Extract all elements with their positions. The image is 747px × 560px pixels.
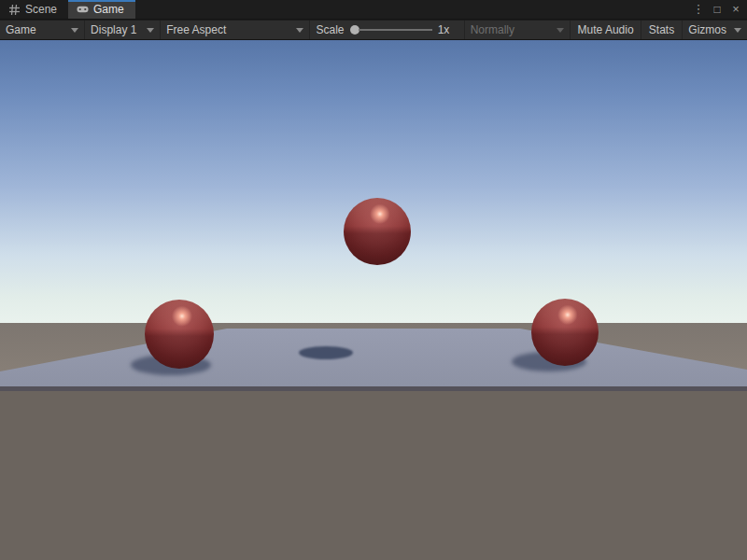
tab-bar: Scene Game ⋮ □ ×: [0, 0, 747, 20]
grid-icon: [8, 4, 21, 16]
mute-audio-button[interactable]: Mute Audio: [571, 21, 641, 39]
chevron-down-icon: [296, 28, 303, 33]
pane-menu-icon[interactable]: ⋮: [691, 2, 706, 17]
sphere-center-floating: [344, 198, 411, 265]
tab-scene[interactable]: Scene: [0, 0, 68, 19]
play-mode-label: Normally: [471, 23, 514, 36]
sphere-left: [145, 300, 214, 369]
sky-gradient: [0, 40, 747, 323]
stats-label: Stats: [649, 23, 674, 36]
tab-scene-label: Scene: [25, 3, 57, 16]
chevron-down-icon: [557, 28, 564, 33]
scale-slider[interactable]: [350, 25, 432, 35]
maximize-icon[interactable]: □: [710, 2, 725, 17]
tab-game-label: Game: [93, 3, 124, 16]
chevron-down-icon: [147, 28, 154, 33]
mute-audio-label: Mute Audio: [578, 23, 634, 36]
gamepad-icon: [77, 4, 89, 16]
close-icon[interactable]: ×: [728, 2, 743, 17]
window-controls: ⋮ □ ×: [691, 0, 747, 19]
near-ground: [0, 391, 747, 560]
scale-value: 1x: [438, 23, 458, 36]
display-label: Display 1: [91, 23, 136, 36]
chevron-down-icon: [71, 28, 78, 33]
play-mode-dropdown[interactable]: Normally: [465, 21, 571, 39]
scale-label: Scale: [316, 23, 344, 36]
sphere-right: [531, 299, 599, 366]
aspect-ratio-label: Free Aspect: [166, 23, 226, 36]
scale-control: Scale 1x: [310, 21, 464, 39]
aspect-ratio-dropdown[interactable]: Free Aspect: [161, 21, 310, 39]
game-viewport[interactable]: [0, 40, 747, 560]
view-mode-dropdown[interactable]: Game: [0, 21, 85, 39]
chevron-down-icon: [734, 28, 741, 33]
stats-button[interactable]: Stats: [641, 21, 684, 39]
sphere-shadow: [299, 346, 353, 359]
gizmos-label: Gizmos: [688, 23, 726, 36]
game-view-toolbar: Game Display 1 Free Aspect Scale 1x Norm…: [0, 21, 747, 40]
view-mode-label: Game: [6, 23, 36, 36]
scale-slider-track: [359, 29, 432, 31]
gizmos-dropdown[interactable]: Gizmos: [683, 21, 747, 39]
display-dropdown[interactable]: Display 1: [85, 21, 161, 39]
tab-game[interactable]: Game: [68, 0, 135, 19]
